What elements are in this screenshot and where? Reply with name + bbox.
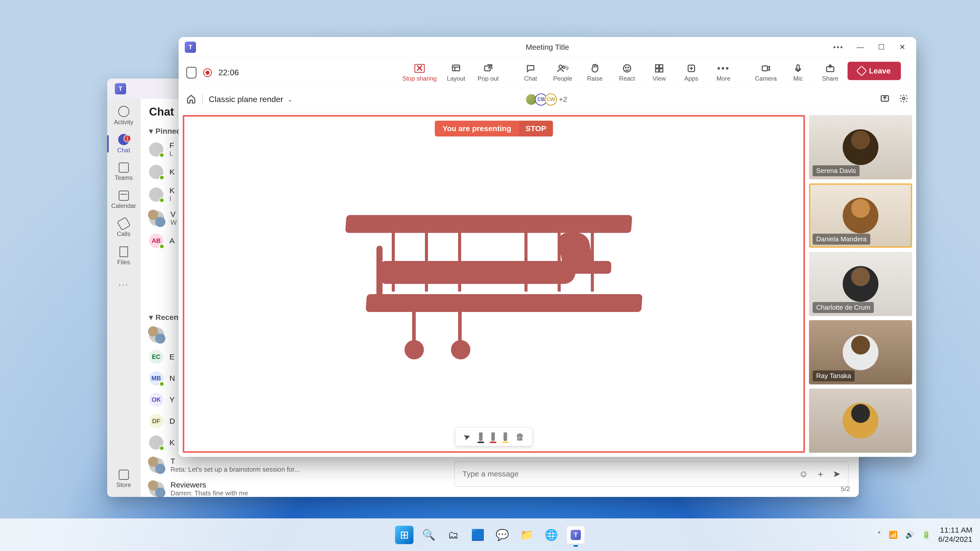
start-button[interactable]: ⊞ — [395, 526, 414, 544]
eraser-tool[interactable]: 🗑 — [516, 432, 525, 442]
taskbar-edge[interactable]: 🌐 — [542, 526, 560, 544]
message-input[interactable] — [463, 470, 791, 478]
pen-black-tool[interactable] — [479, 432, 483, 441]
rail-label: Files — [117, 259, 130, 266]
teams-logo-icon — [571, 530, 581, 540]
camera-button[interactable]: Camera — [751, 62, 781, 84]
presenting-stop-button[interactable]: STOP — [519, 121, 553, 137]
calls-icon — [117, 217, 130, 231]
svg-rect-13 — [797, 65, 799, 69]
svg-rect-9 — [655, 68, 659, 72]
camera-icon — [761, 64, 771, 73]
shield-icon[interactable] — [186, 67, 197, 79]
participant-video — [843, 198, 878, 233]
maximize-button[interactable]: ☐ — [872, 41, 890, 54]
system-tray[interactable]: ˄ 📶 🔊 🔋 11:11 AM 6/24/2021 — [877, 518, 972, 551]
sharing-stage: You are presenting STOP ➤ 🗑 — [183, 115, 805, 453]
rail-store[interactable]: Store — [107, 466, 140, 492]
avatar — [149, 211, 164, 226]
pen-red-tool[interactable] — [491, 432, 495, 441]
document-title-dropdown[interactable]: Classic plane render ⌄ — [209, 95, 293, 104]
view-button[interactable]: View — [644, 62, 674, 84]
mic-icon — [793, 64, 803, 73]
participant-video — [843, 266, 878, 302]
close-button[interactable]: ✕ — [893, 41, 911, 54]
gear-icon — [899, 94, 908, 103]
rail-label: Teams — [115, 174, 133, 181]
attach-icon[interactable]: ＋ — [816, 468, 825, 480]
rail-more[interactable]: ··· — [107, 272, 140, 297]
taskbar-explorer[interactable]: 📁 — [517, 526, 536, 544]
participant-tile[interactable] — [809, 389, 912, 453]
raise-button[interactable]: Raise — [580, 62, 610, 84]
rail-calls[interactable]: Calls — [107, 215, 140, 241]
react-icon — [622, 64, 632, 73]
popout-button[interactable]: Pop out — [473, 62, 503, 84]
chevron-down-icon: ⌄ — [287, 96, 293, 103]
teams-icon — [119, 162, 129, 173]
participant-tile[interactable]: Serena Davis — [809, 115, 912, 179]
cursor-tool[interactable]: ➤ — [462, 430, 472, 443]
participant-name: Charlotte de Crum — [813, 302, 874, 313]
presence-icon — [159, 244, 164, 249]
participant-tile[interactable]: Ray Tanaka — [809, 320, 912, 384]
volume-icon[interactable]: 🔊 — [905, 530, 914, 539]
participant-tile[interactable]: Daniela Mandera — [809, 183, 912, 248]
minimize-button[interactable]: — — [851, 41, 869, 54]
raise-hand-icon — [590, 64, 600, 73]
taskbar-taskview[interactable]: 🗂 — [444, 526, 463, 544]
people-button[interactable]: 9People — [548, 62, 578, 84]
rail-chat[interactable]: 1 Chat — [107, 131, 140, 157]
svg-point-4 — [624, 65, 631, 72]
emoji-icon[interactable]: ☺ — [799, 468, 808, 479]
rail-files[interactable]: Files — [107, 243, 140, 269]
home-button[interactable] — [186, 94, 196, 105]
activity-icon — [118, 106, 129, 117]
calendar-icon — [119, 191, 129, 201]
meeting-titlebar[interactable]: Meeting Title ••• — ☐ ✕ — [179, 37, 916, 57]
layout-button[interactable]: Layout — [441, 62, 471, 84]
chevron-down-icon: ▾ — [149, 313, 153, 322]
avatar: MB — [149, 371, 163, 386]
stop-sharing-button[interactable]: ✕ Stop sharing — [400, 62, 439, 84]
avatar — [149, 481, 164, 497]
leave-button[interactable]: Leave — [848, 62, 901, 80]
message-compose[interactable]: ☺ ＋ ➤ — [454, 461, 849, 487]
rail-activity[interactable]: Activity — [107, 103, 140, 129]
react-button[interactable]: React — [612, 62, 642, 84]
collaborators[interactable]: CB CW +2 — [528, 94, 567, 106]
files-icon — [119, 246, 128, 257]
battery-icon[interactable]: 🔋 — [922, 530, 931, 539]
rail-calendar[interactable]: Calendar — [107, 187, 140, 213]
tray-chevron-icon[interactable]: ˄ — [877, 530, 881, 539]
mic-button[interactable]: Mic — [783, 62, 813, 84]
send-icon[interactable]: ➤ — [833, 468, 840, 479]
chat-badge: 1 — [124, 135, 131, 142]
share-button[interactable]: Share — [815, 62, 845, 84]
teams-logo-icon — [185, 41, 196, 53]
taskbar-widgets[interactable]: 🟦 — [469, 526, 487, 544]
titlebar-more-button[interactable]: ••• — [829, 41, 848, 54]
highlighter-tool[interactable] — [504, 432, 507, 441]
participant-video — [843, 334, 878, 370]
share-link-icon — [880, 94, 890, 103]
presence-icon — [159, 446, 164, 451]
wifi-icon[interactable]: 📶 — [889, 530, 897, 539]
clock[interactable]: 11:11 AM 6/24/2021 — [939, 526, 972, 544]
taskbar-teams[interactable] — [566, 526, 585, 544]
participant-video — [843, 129, 878, 165]
share-link-button[interactable] — [880, 94, 890, 105]
rail-label: Calendar — [111, 202, 136, 210]
recording-icon[interactable] — [203, 68, 212, 77]
participant-tile[interactable]: Charlotte de Crum — [809, 252, 912, 316]
more-button[interactable]: •••More — [709, 62, 738, 84]
avatar — [149, 187, 163, 202]
rail-label: Calls — [117, 230, 130, 238]
taskbar-search[interactable]: 🔍 — [420, 526, 438, 544]
settings-button[interactable] — [899, 94, 908, 105]
chat-button[interactable]: Chat — [516, 62, 546, 84]
taskbar-chat[interactable]: 💬 — [493, 526, 511, 544]
rail-teams[interactable]: Teams — [107, 159, 140, 185]
apps-button[interactable]: Apps — [676, 62, 706, 84]
biplane-render — [315, 184, 673, 363]
